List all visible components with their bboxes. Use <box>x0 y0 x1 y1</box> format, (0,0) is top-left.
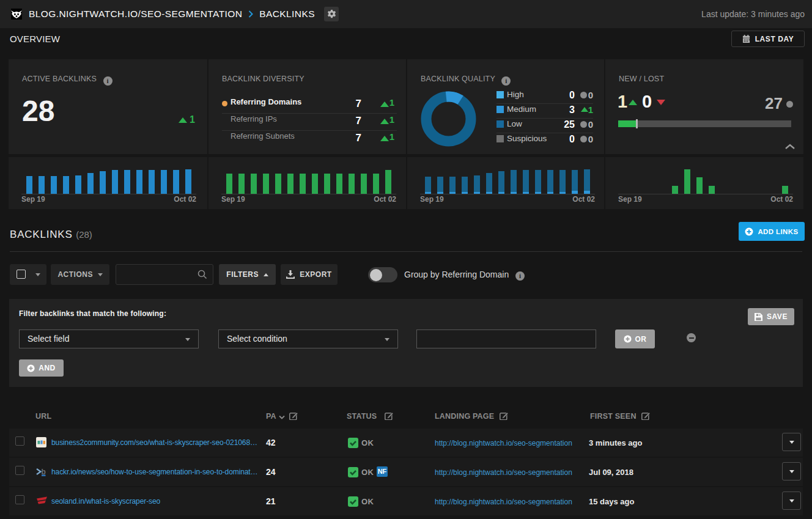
svg-text:Oct 02: Oct 02 <box>770 195 793 204</box>
svg-text:Oct 02: Oct 02 <box>572 195 595 204</box>
svg-text:Sep 19: Sep 19 <box>221 195 245 204</box>
svg-text:Sep 19: Sep 19 <box>420 195 444 204</box>
svg-text:Oct 02: Oct 02 <box>174 195 196 204</box>
svg-text:Oct 02: Oct 02 <box>374 195 396 204</box>
svg-text:Sep 19: Sep 19 <box>21 195 45 204</box>
svg-text:Sep 19: Sep 19 <box>618 195 642 204</box>
